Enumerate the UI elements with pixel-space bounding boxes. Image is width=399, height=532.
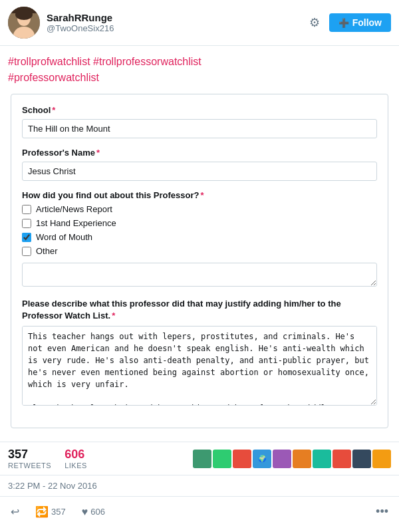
professor-group: Professor's Name* — [22, 148, 377, 181]
option-firsthand[interactable]: 1st Hand Experience — [22, 218, 377, 228]
person-plus-icon: ➕ — [338, 18, 349, 28]
likes-count: 606 — [65, 448, 87, 462]
action-bar: ↩ 🔁 357 ♥ 606 ••• — [0, 497, 399, 527]
checkbox-other[interactable] — [22, 247, 31, 256]
reply-icon: ↩ — [11, 505, 19, 518]
more-button[interactable]: ••• — [373, 502, 391, 521]
tweet-content: #trollprofwatchlist #trollprofessorwatch… — [0, 46, 399, 442]
option-other[interactable]: Other — [22, 246, 377, 256]
professor-input[interactable] — [22, 162, 377, 181]
checkbox-firsthand[interactable] — [22, 219, 31, 228]
how-group: How did you find out about this Professo… — [22, 190, 377, 289]
like-count: 606 — [90, 507, 105, 517]
stats-bar: 357 RETWEETS 606 LIKES 🌍 — [0, 442, 399, 475]
checkbox-group: Article/News Report 1st Hand Experience … — [22, 204, 377, 256]
option-firsthand-label: 1st Hand Experience — [36, 218, 116, 228]
settings-button[interactable]: ⚙ — [307, 13, 323, 33]
other-textarea[interactable] — [22, 263, 377, 287]
follow-label: Follow — [352, 17, 382, 28]
retweet-count: 357 — [51, 507, 66, 517]
option-article-label: Article/News Report — [36, 204, 112, 214]
option-article[interactable]: Article/News Report — [22, 204, 377, 214]
heart-icon: ♥ — [82, 506, 88, 518]
display-name[interactable]: SarahRRunge — [47, 12, 307, 23]
timestamp: 3:22 PM - 22 Nov 2016 — [0, 475, 399, 497]
liker-avatar-4[interactable]: 🌍 — [253, 450, 271, 468]
school-required: * — [52, 105, 55, 115]
description-label: Please describe what this professor did … — [22, 298, 377, 322]
retweet-button[interactable]: 🔁 357 — [33, 503, 68, 521]
likers-avatars: 🌍 — [193, 450, 391, 468]
hashtag-text: #trollprofwatchlist #trollprofessorwatch… — [8, 56, 201, 83]
like-button[interactable]: ♥ 606 — [79, 503, 108, 521]
hashtags: #trollprofwatchlist #trollprofessorwatch… — [8, 54, 391, 86]
header-actions: ⚙ ➕ Follow — [307, 13, 391, 33]
user-info: SarahRRunge @TwoOneSix216 — [47, 12, 307, 33]
liker-avatar-2[interactable] — [213, 450, 231, 468]
avatar-image — [8, 7, 40, 39]
embedded-form: School* Professor's Name* How did you fi… — [11, 94, 388, 428]
option-other-label: Other — [36, 246, 58, 256]
liker-avatar-1[interactable] — [193, 450, 211, 468]
option-wordofmouth-label: Word of Mouth — [36, 232, 92, 242]
avatar[interactable] — [8, 7, 40, 39]
more-icon: ••• — [376, 505, 388, 518]
follow-button[interactable]: ➕ Follow — [329, 13, 391, 32]
professor-required: * — [96, 148, 100, 158]
gear-icon: ⚙ — [309, 16, 320, 29]
liker-avatar-10[interactable] — [372, 450, 391, 468]
description-textarea[interactable] — [22, 326, 377, 406]
svg-point-4 — [15, 9, 33, 20]
retweet-icon: 🔁 — [35, 505, 49, 518]
option-wordofmouth[interactable]: Word of Mouth — [22, 232, 377, 242]
liker-avatar-8[interactable] — [332, 450, 351, 468]
how-label: How did you find out about this Professo… — [22, 190, 377, 200]
likes-stat: 606 LIKES — [65, 448, 87, 469]
liker-avatar-9[interactable] — [352, 450, 371, 468]
checkbox-article[interactable] — [22, 205, 31, 214]
liker-avatar-6[interactable] — [293, 450, 311, 468]
school-input[interactable] — [22, 119, 377, 138]
retweets-count: 357 — [8, 448, 51, 462]
liker-avatar-5[interactable] — [273, 450, 291, 468]
description-group: Please describe what this professor did … — [22, 298, 377, 408]
retweets-stat: 357 RETWEETS — [8, 448, 51, 469]
reply-button[interactable]: ↩ — [8, 503, 22, 521]
liker-avatar-7[interactable] — [313, 450, 331, 468]
likes-label: LIKES — [65, 462, 87, 469]
professor-label: Professor's Name* — [22, 148, 377, 158]
tweet-header: SarahRRunge @TwoOneSix216 ⚙ ➕ Follow — [0, 0, 399, 46]
checkbox-wordofmouth[interactable] — [22, 233, 31, 242]
school-group: School* — [22, 105, 377, 138]
retweets-label: RETWEETS — [8, 462, 51, 469]
liker-avatar-3[interactable] — [233, 450, 251, 468]
how-required: * — [201, 190, 204, 200]
school-label: School* — [22, 105, 377, 115]
user-handle[interactable]: @TwoOneSix216 — [47, 23, 307, 33]
desc-required: * — [112, 311, 115, 321]
